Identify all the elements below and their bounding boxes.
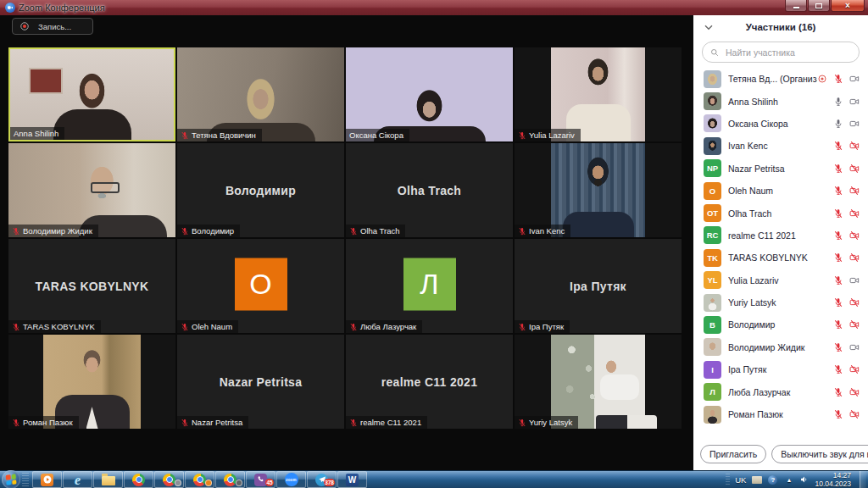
recording-indicator-button[interactable]: Запись... <box>12 18 93 35</box>
participant-row[interactable]: YL Yulia Lazariv <box>693 269 868 291</box>
mic-off-icon <box>349 419 358 427</box>
taskbar-telegram-button[interactable]: 378 <box>307 471 337 488</box>
participant-row[interactable]: Л Люба Лазурчак <box>693 380 868 402</box>
record-icon <box>19 21 30 31</box>
participant-row[interactable]: Оксана Сікора <box>693 113 868 135</box>
tile-name-label: Іра Путяк <box>515 320 570 333</box>
media-player-icon <box>41 474 53 486</box>
taskbar-viber-button[interactable]: 45 <box>246 471 275 488</box>
video-tile-realme-c11[interactable]: realme C11 2021 realme C11 2021 <box>346 335 513 429</box>
video-tile-ivan-kenc[interactable]: Ivan Kenc <box>515 143 682 237</box>
avatar-initials: I <box>704 361 721 379</box>
participant-row[interactable]: Ivan Kenc <box>693 135 868 157</box>
tray-grip <box>726 474 730 485</box>
video-tile-volodymyr[interactable]: Володимир Володимир <box>177 143 344 237</box>
mic-off-icon <box>833 74 843 84</box>
search-icon <box>709 47 720 58</box>
camera-off-icon <box>849 319 860 330</box>
taskbar-chrome-profile2-button[interactable] <box>154 471 184 488</box>
participant-row[interactable]: B Володимир <box>693 313 868 336</box>
video-tile-volodymyr-zhydyk[interactable]: Володимир Жидик <box>8 143 175 237</box>
avatar-initials: TK <box>704 249 721 267</box>
mic-on-icon <box>833 97 843 107</box>
camera-off-icon <box>849 186 860 196</box>
taskbar-media-player-button[interactable] <box>32 471 62 488</box>
participant-row[interactable]: TK TARAS KOBYLNYK <box>693 247 868 269</box>
avatar <box>704 92 721 110</box>
video-tile-nazar-petritsa[interactable]: Nazar Petritsa Nazar Petritsa <box>177 335 344 429</box>
invite-button[interactable]: Пригласить <box>700 445 766 463</box>
video-tile-oksana-sikora[interactable]: Оксана Сікора <box>346 47 513 141</box>
video-tile-ira-putyak[interactable]: Іра Путяк Іра Путяк <box>515 239 682 333</box>
mic-off-icon <box>518 227 526 236</box>
participant-video <box>551 47 644 141</box>
tile-name-label: Тетяна Вдовичин <box>177 129 262 141</box>
video-tile-yuriy-latsyk[interactable]: Yuriy Latsyk <box>515 335 682 429</box>
avatar <box>704 294 721 312</box>
video-tile-anna-shilinh[interactable]: Anna Shilinh <box>8 47 175 141</box>
mic-off-icon <box>518 323 526 331</box>
mic-off-icon <box>349 323 358 331</box>
desktop-screen: Zoom Конференция × Запись... Anna Shilin… <box>0 0 868 488</box>
camera-off-icon <box>849 141 860 151</box>
mic-off-icon <box>181 419 189 427</box>
clock[interactable]: 14:27 10.04.2023 <box>815 471 851 488</box>
mic-off-icon <box>833 230 843 241</box>
participant-row[interactable]: RC realme C11 2021 <box>693 225 868 247</box>
taskbar-file-explorer-button[interactable] <box>93 471 123 488</box>
minimize-icon <box>793 7 799 8</box>
taskbar-internet-explorer-button[interactable]: e <box>63 471 92 488</box>
tile-name-label: Володимир <box>177 225 240 237</box>
close-icon: × <box>845 2 850 10</box>
participant-name: Anna Shilinh <box>728 97 833 107</box>
camera-icon <box>7 4 14 11</box>
volume-icon[interactable] <box>799 474 810 485</box>
language-indicator[interactable]: UK <box>735 475 746 485</box>
video-tile-roman-pazyuk[interactable]: Роман Пазюк <box>8 335 175 429</box>
taskbar-chrome-button[interactable] <box>124 471 153 488</box>
chrome-profile-badge <box>175 480 181 486</box>
participant-row[interactable]: I Іра Путяк <box>693 358 868 380</box>
maximize-button[interactable] <box>808 0 830 12</box>
participant-row[interactable]: O Oleh Naum <box>693 180 868 202</box>
camera-on-icon <box>849 97 860 107</box>
minimize-button[interactable] <box>785 0 807 12</box>
participant-row[interactable]: Yuriy Latsyk <box>693 291 868 313</box>
participant-row[interactable]: NP Nazar Petritsa <box>693 158 868 180</box>
camera-off-icon <box>849 297 860 308</box>
taskbar-chrome-profile3-button[interactable] <box>185 471 214 488</box>
video-tile-oleh-naum[interactable]: O Oleh Naum <box>177 239 344 333</box>
participant-name: Yuriy Latsyk <box>728 297 833 308</box>
start-button[interactable] <box>2 470 20 488</box>
tray-folder-icon[interactable] <box>751 474 762 485</box>
mic-on-icon <box>833 119 843 129</box>
taskbar-word-button[interactable]: W <box>337 471 367 488</box>
taskbar-grip <box>22 473 29 486</box>
window-titlebar: Zoom Конференция × <box>0 0 868 15</box>
tray-help-icon[interactable]: ? <box>767 474 778 485</box>
video-tile-yulia-lazariv[interactable]: Yulia Lazariv <box>515 47 682 141</box>
search-input[interactable] <box>724 47 852 58</box>
video-tile-tetyana-vdovychyn[interactable]: Тетяна Вдовичин <box>177 47 344 141</box>
participant-video <box>177 47 344 141</box>
tile-center-name: TARAS KOBYLNYK <box>8 239 175 333</box>
show-desktop-button[interactable] <box>860 471 866 488</box>
letter-avatar: Л <box>403 258 456 310</box>
video-tile-taras-kobylnyk[interactable]: TARAS KOBYLNYK TARAS KOBYLNYK <box>8 239 175 333</box>
video-tile-lyuba-lazurchak[interactable]: Л Люба Лазурчак <box>346 239 513 333</box>
video-tile-olha-trach[interactable]: Olha Trach Olha Trach <box>346 143 513 237</box>
tile-name-label: realme C11 2021 <box>346 416 427 429</box>
search-box[interactable] <box>702 42 860 63</box>
mute-all-button[interactable]: Выключить звук для всех <box>771 445 868 463</box>
participant-row[interactable]: Anna Shilinh <box>693 90 868 112</box>
participant-row[interactable]: Роман Пазюк <box>693 403 868 425</box>
close-button[interactable]: × <box>831 0 865 12</box>
participant-row-host[interactable]: Тетяна Вд... (Организатор, я) <box>693 68 868 90</box>
avatar-initials: OT <box>704 204 721 222</box>
taskbar-zoom-button[interactable]: zoom <box>276 471 306 488</box>
mic-off-icon <box>12 323 20 331</box>
tray-show-hidden-icons[interactable]: ▲ <box>783 474 794 485</box>
participant-row[interactable]: Володимир Жидик <box>693 336 868 358</box>
taskbar-chrome-profile4-button[interactable] <box>215 471 245 488</box>
participant-row[interactable]: OT Olha Trach <box>693 202 868 224</box>
